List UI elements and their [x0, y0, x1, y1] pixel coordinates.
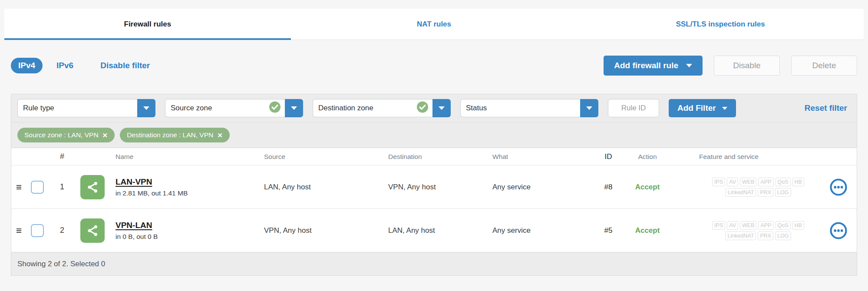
drag-handle-icon[interactable]: [17, 228, 21, 233]
feature-badge: HB: [792, 178, 804, 186]
filter-chip-source-zone-label: Source zone : LAN, VPN: [24, 131, 99, 139]
rule-destination: LAN, Any host: [381, 226, 485, 235]
tab-nat-rules-label: NAT rules: [417, 20, 451, 29]
row-checkbox[interactable]: [31, 181, 44, 194]
feature-badge: IPS: [712, 221, 725, 230]
rule-what: Any service: [485, 226, 595, 235]
source-zone-select[interactable]: Source zone: [165, 99, 303, 117]
column-header-num: #: [49, 152, 76, 161]
table-header: # Name Source Destination What ID Action…: [11, 148, 857, 165]
feature-badge: QoS: [776, 221, 791, 230]
row-menu-ellipsis-icon[interactable]: [829, 178, 848, 196]
rule-type-field[interactable]: Rule type: [17, 99, 137, 117]
destination-zone-field[interactable]: Destination zone: [313, 99, 432, 117]
filter-bar: Rule type Source zone Destination zone: [11, 94, 857, 122]
filter-chip-destination-zone[interactable]: Destination zone : LAN, VPN ✕: [120, 128, 230, 142]
rule-id-input[interactable]: [608, 99, 659, 117]
tab-firewall-rules-label: Firewall rules: [124, 20, 172, 29]
feature-badge: QoS: [776, 178, 791, 186]
destination-zone-dropdown-button[interactable]: [432, 99, 451, 117]
disable-filter-link[interactable]: Disable filter: [100, 61, 150, 70]
row-checkbox[interactable]: [31, 224, 44, 237]
rule-type-select[interactable]: Rule type: [17, 99, 155, 117]
source-zone-dropdown-button[interactable]: [285, 99, 303, 117]
rule-order-number: 2: [49, 226, 76, 235]
ipv6-toggle[interactable]: IPv6: [56, 61, 73, 70]
close-icon[interactable]: ✕: [217, 132, 223, 139]
feature-badge: IPS: [712, 178, 725, 186]
check-circle-icon: [269, 101, 281, 116]
rule-type-dropdown-button[interactable]: [137, 99, 155, 117]
chevron-down-icon: [291, 106, 297, 110]
rule-source: LAN, Any host: [257, 183, 381, 192]
column-header-source: Source: [257, 153, 381, 161]
chevron-down-icon: [439, 106, 445, 110]
status-select[interactable]: Status: [460, 99, 598, 117]
feature-badge: PRX: [758, 231, 773, 240]
rule-order-number: 1: [49, 182, 76, 192]
status-field[interactable]: Status: [460, 99, 580, 117]
source-zone-label: Source zone: [171, 104, 212, 112]
source-zone-field[interactable]: Source zone: [165, 99, 285, 117]
filter-chip-destination-zone-label: Destination zone : LAN, VPN: [127, 131, 213, 139]
row-menu-ellipsis-icon[interactable]: [829, 222, 848, 240]
column-header-destination: Destination: [381, 153, 485, 161]
rule-id: #5: [595, 226, 622, 235]
table-row: 1 LAN-VPN in 2.81 MB, out 1.41 MB LAN, A…: [11, 165, 857, 209]
chevron-down-icon: [586, 106, 592, 110]
add-filter-button[interactable]: Add Filter: [669, 99, 736, 117]
tab-nat-rules[interactable]: NAT rules: [291, 9, 578, 40]
chevron-down-icon: [686, 64, 692, 67]
rule-traffic-stats: in 0 B, out 0 B: [116, 233, 257, 241]
feature-badge: AV: [727, 178, 738, 186]
tab-firewall-rules[interactable]: Firewall rules: [4, 9, 291, 40]
status-label: Status: [466, 104, 487, 112]
drag-handle-icon[interactable]: [17, 185, 21, 189]
tab-ssl-tls-rules-label: SSL/TLS inspection rules: [676, 20, 765, 29]
tab-ssl-tls-rules[interactable]: SSL/TLS inspection rules: [577, 9, 864, 40]
feature-badge: LOG: [775, 231, 791, 240]
rule-action-status: Accept: [635, 226, 660, 235]
chevron-down-icon: [143, 106, 149, 110]
column-header-id: ID: [595, 152, 622, 161]
chevron-down-icon: [722, 107, 727, 110]
destination-zone-select[interactable]: Destination zone: [313, 99, 451, 117]
column-header-name: Name: [109, 153, 257, 161]
feature-badge: PRX: [758, 188, 773, 197]
rule-name-link[interactable]: VPN-LAN: [116, 221, 152, 230]
feature-badge: WEB: [740, 178, 756, 186]
rule-traffic-stats: in 2.81 MB, out 1.41 MB: [116, 189, 257, 197]
reset-filter-link[interactable]: Reset filter: [805, 103, 851, 113]
add-firewall-rule-label: Add firewall rule: [614, 61, 678, 70]
add-firewall-rule-button[interactable]: Add firewall rule: [604, 56, 703, 76]
column-header-action: Action: [622, 153, 673, 161]
destination-zone-label: Destination zone: [318, 104, 373, 112]
disable-button[interactable]: Disable: [714, 56, 780, 76]
table-footer-status: Showing 2 of 2. Selected 0: [11, 252, 857, 275]
table-row: 2 VPN-LAN in 0 B, out 0 B VPN, Any host …: [11, 209, 857, 252]
share-network-icon: [80, 175, 105, 199]
rule-name-link[interactable]: LAN-VPN: [116, 177, 152, 187]
rule-id: #8: [595, 183, 622, 192]
feature-badge: APP: [758, 178, 773, 186]
status-dropdown-button[interactable]: [580, 99, 598, 117]
column-header-what: What: [485, 153, 595, 161]
feature-badge: HB: [792, 221, 804, 230]
filter-chip-source-zone[interactable]: Source zone : LAN, VPN ✕: [17, 128, 115, 142]
rule-type-label: Rule type: [23, 104, 54, 112]
filter-chips-row: Source zone : LAN, VPN ✕ Destination zon…: [11, 122, 857, 148]
feature-badge: LinkedNAT: [725, 188, 756, 197]
rule-destination: VPN, Any host: [381, 183, 485, 192]
feature-badges: IPS AV WEB APP QoS HB LinkedNAT PRX LOG: [702, 221, 814, 240]
firewall-rules-panel: Rule type Source zone Destination zone: [11, 94, 857, 276]
rule-action-status: Accept: [635, 183, 660, 191]
feature-badge: LinkedNAT: [725, 231, 756, 240]
feature-badge: AV: [727, 221, 738, 230]
add-filter-label: Add Filter: [677, 103, 716, 113]
close-icon[interactable]: ✕: [102, 132, 108, 139]
delete-button[interactable]: Delete: [791, 56, 857, 76]
ipv4-toggle[interactable]: IPv4: [11, 58, 43, 73]
rule-source: VPN, Any host: [257, 226, 381, 235]
feature-badge: LOG: [775, 188, 791, 197]
column-header-feature: Feature and service: [673, 153, 820, 161]
